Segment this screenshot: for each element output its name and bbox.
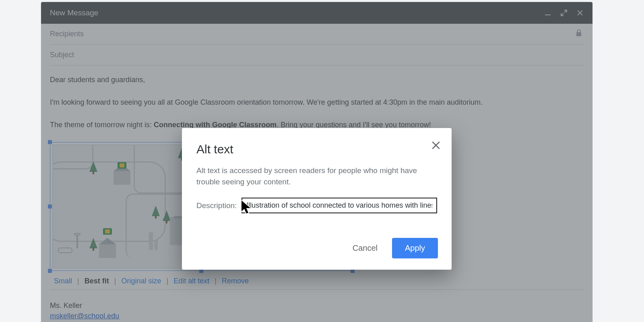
dialog-helper-text: Alt text is accessed by screen readers f… — [196, 165, 424, 187]
alt-text-dialog: Alt text Alt text is accessed by screen … — [182, 128, 452, 270]
dialog-close-icon[interactable] — [431, 140, 441, 152]
description-label: Description: — [196, 201, 237, 210]
cancel-button[interactable]: Cancel — [349, 239, 381, 258]
dialog-title: Alt text — [196, 142, 437, 156]
apply-button[interactable]: Apply — [392, 238, 438, 258]
alt-text-input[interactable] — [242, 198, 437, 213]
